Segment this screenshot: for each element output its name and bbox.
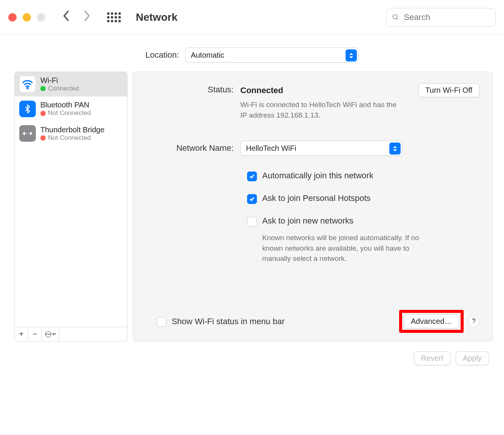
network-name-value: HelloTech WiFi [246, 144, 296, 153]
interface-sidebar: Wi-Fi Connected Bluetooth PAN Not Connec… [14, 72, 128, 342]
sidebar-item-status: Not Connected [48, 109, 91, 117]
ellipsis-icon [45, 331, 51, 337]
wifi-icon [19, 76, 36, 92]
sidebar-item-status: Not Connected [48, 134, 91, 142]
status-dot-icon [40, 86, 46, 91]
titlebar: Network [0, 0, 504, 35]
back-button[interactable] [60, 10, 73, 25]
window-controls [8, 13, 45, 21]
sidebar-toolbar: + − [15, 327, 127, 341]
auto-join-checkbox[interactable] [247, 172, 257, 181]
ask-hotspots-label: Ask to join Personal Hotspots [262, 193, 370, 203]
sidebar-item-label: Thunderbolt Bridge [40, 125, 104, 134]
remove-interface-button[interactable]: − [28, 327, 42, 341]
zoom-window-button[interactable] [37, 13, 45, 21]
ask-hotspots-checkbox[interactable] [247, 194, 257, 204]
show-menubar-checkbox[interactable] [157, 317, 166, 327]
ask-new-help-text: Known networks will be joined automatica… [262, 233, 421, 264]
thunderbolt-icon [19, 125, 36, 142]
status-dot-icon [40, 135, 46, 141]
window-title: Network [136, 11, 177, 23]
location-chevron-icon [346, 49, 357, 61]
minimize-window-button[interactable] [23, 13, 31, 21]
svg-line-1 [396, 18, 398, 20]
status-label: Status: [146, 83, 240, 95]
advanced-button[interactable]: Advanced… [404, 314, 459, 328]
forward-button[interactable] [80, 10, 94, 25]
toggle-wifi-button[interactable]: Turn Wi-Fi Off [418, 83, 479, 97]
status-dot-icon [40, 111, 46, 116]
help-icon: ? [472, 317, 476, 325]
sidebar-item-wifi[interactable]: Wi-Fi Connected [15, 72, 127, 96]
search-input[interactable] [403, 12, 490, 23]
network-chevron-icon [389, 142, 401, 155]
ask-new-checkbox[interactable] [247, 217, 257, 227]
sidebar-item-label: Wi-Fi [40, 76, 79, 85]
auto-join-label: Automatically join this network [262, 171, 373, 181]
revert-button[interactable]: Revert [414, 351, 450, 365]
advanced-highlight: Advanced… [399, 310, 464, 333]
sidebar-item-thunderbolt-bridge[interactable]: Thunderbolt Bridge Not Connected [15, 121, 127, 146]
bluetooth-icon [19, 101, 36, 117]
plus-icon: + [19, 330, 24, 339]
chevron-down-icon [52, 333, 56, 335]
location-dropdown[interactable]: Automatic [185, 47, 359, 63]
minus-icon: − [33, 330, 37, 339]
svg-point-2 [27, 88, 28, 89]
status-description: Wi-Fi is connected to HelloTech WiFi and… [240, 100, 403, 120]
apply-button[interactable]: Apply [456, 351, 489, 365]
location-value: Automatic [191, 51, 224, 60]
sidebar-item-label: Bluetooth PAN [40, 100, 91, 109]
location-row: Location: Automatic [0, 47, 504, 63]
sidebar-item-bluetooth-pan[interactable]: Bluetooth PAN Not Connected [15, 96, 127, 121]
location-label: Location: [145, 50, 179, 60]
network-name-label: Network Name: [146, 143, 240, 153]
show-menubar-label: Show Wi-Fi status in menu bar [172, 317, 285, 326]
help-button[interactable]: ? [468, 316, 479, 327]
search-icon [392, 13, 399, 21]
ask-new-label: Ask to join new networks [262, 216, 353, 226]
action-menu-button[interactable] [42, 327, 59, 341]
network-name-dropdown[interactable]: HelloTech WiFi [240, 141, 403, 156]
sidebar-item-status: Connected [48, 85, 79, 92]
search-field[interactable] [386, 8, 496, 27]
footer: Revert Apply [0, 342, 504, 375]
close-window-button[interactable] [8, 13, 17, 21]
show-all-icon[interactable] [107, 12, 121, 22]
status-value: Connected [240, 86, 283, 95]
detail-panel: Status: Connected Turn Wi-Fi Off Wi-Fi i… [133, 72, 493, 342]
add-interface-button[interactable]: + [15, 327, 28, 341]
svg-point-0 [393, 14, 397, 18]
